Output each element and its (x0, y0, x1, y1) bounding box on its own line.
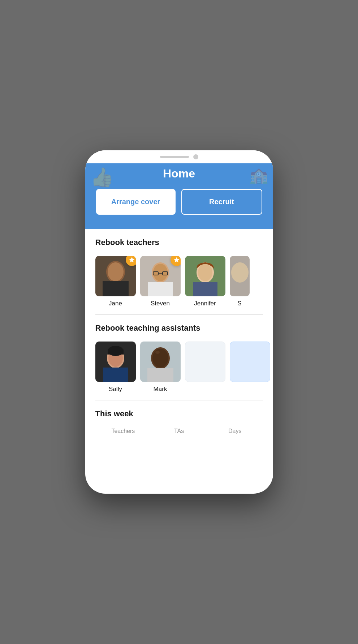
mark-face (140, 342, 181, 382)
ta-img-wrap-sally (95, 342, 136, 382)
page-title: Home (96, 167, 262, 180)
ta-name-sally: Sally (109, 386, 122, 393)
jennifer-face (185, 256, 225, 296)
notch-camera (193, 154, 198, 159)
teacher-img-wrap-steven (140, 256, 181, 296)
phone-notch (85, 150, 273, 163)
teachers-cards-row: Jane (85, 251, 273, 314)
svg-point-7 (153, 264, 168, 281)
notch-bar (160, 156, 189, 158)
recruit-button[interactable]: Recruit (181, 189, 262, 215)
svg-rect-2 (103, 281, 129, 296)
phone-frame: 👍 🏫 Home Arrange cover Recruit Rebook te… (85, 150, 273, 494)
teacher-card[interactable]: Jane (95, 256, 136, 307)
tas-cards-row: Sally Mark (85, 336, 273, 400)
teacher-name-jennifer: Jennifer (194, 300, 216, 307)
rebook-tas-title: Rebook teaching assistants (85, 315, 273, 336)
teacher-img-wrap-partial (230, 256, 250, 296)
action-buttons: Arrange cover Recruit (96, 189, 262, 215)
svg-rect-6 (148, 282, 173, 296)
teacher-name-jane: Jane (109, 300, 122, 307)
svg-rect-22 (108, 349, 124, 355)
ta-img-empty-1 (185, 342, 225, 382)
ta-card-empty-2 (230, 342, 270, 393)
header-section: 👍 🏫 Home Arrange cover Recruit (85, 163, 273, 229)
teacher-img-wrap-jane (95, 256, 136, 296)
ta-name-mark: Mark (154, 386, 167, 393)
this-week-columns: Teachers TAs Days (85, 422, 273, 438)
star-icon (129, 257, 135, 263)
teacher-name-steven: Steven (151, 300, 170, 307)
partial-face (230, 256, 250, 296)
ta-card-mark[interactable]: Mark (140, 342, 181, 393)
svg-point-27 (155, 351, 160, 354)
week-col-days: Days (207, 428, 263, 434)
svg-point-16 (231, 262, 249, 283)
week-col-tas: TAs (151, 428, 207, 434)
week-col-tas-label: TAs (174, 428, 184, 434)
teacher-card[interactable]: Steven (140, 256, 181, 307)
star-icon (173, 257, 180, 263)
teacher-img-wrap-jennifer (185, 256, 225, 296)
week-col-teachers-label: Teachers (111, 428, 135, 434)
content-section: Rebook teachers Jane (85, 229, 273, 438)
teacher-card[interactable]: Jennifer (185, 256, 225, 307)
ta-img-wrap-mark (140, 342, 181, 382)
ta-img-empty-2 (230, 342, 270, 382)
svg-rect-19 (103, 368, 128, 382)
arrange-cover-button[interactable]: Arrange cover (96, 189, 176, 215)
ta-card-sally[interactable]: Sally (95, 342, 136, 393)
this-week-title: This week (85, 400, 273, 422)
teacher-name-partial: S (237, 300, 241, 307)
ta-card-empty-1 (185, 342, 225, 393)
svg-point-26 (152, 349, 168, 368)
svg-point-14 (198, 264, 212, 281)
svg-point-3 (108, 262, 124, 281)
svg-rect-13 (193, 282, 217, 296)
teacher-card-partial[interactable]: S (230, 256, 250, 307)
sally-face (95, 342, 136, 382)
svg-rect-25 (147, 368, 173, 382)
rebook-teachers-title: Rebook teachers (85, 229, 273, 251)
week-col-days-label: Days (228, 428, 241, 434)
week-col-teachers: Teachers (95, 428, 151, 434)
